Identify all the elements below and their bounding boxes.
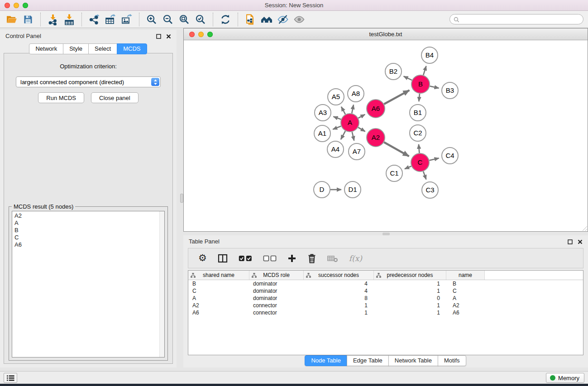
delete-table-icon[interactable] [327,254,338,262]
result-item[interactable]: A6 [14,241,164,248]
split-columns-icon[interactable] [218,254,228,263]
result-item[interactable]: B [14,227,164,234]
show-all-networks-icon[interactable] [258,12,275,27]
table-cell[interactable]: A2 [446,302,485,309]
column-header-shared-name[interactable]: shared name [188,271,249,280]
close-table-panel-icon[interactable] [578,239,583,246]
column-header-mcds-role[interactable]: MCDS role [249,271,304,280]
table-row[interactable]: Cdominator41C [188,287,583,295]
tab-select[interactable]: Select [88,43,117,54]
tab-edge-table[interactable]: Edge Table [347,355,389,366]
edge-A-A6[interactable] [358,114,365,118]
table-cell[interactable]: B [446,281,485,287]
edge-C-C2[interactable] [419,144,419,153]
menu-button[interactable] [4,373,17,383]
table-row[interactable]: A6connector11A6 [188,309,583,316]
export-image-icon[interactable] [119,12,135,27]
mcds-result-list[interactable]: A2ABCA6 [12,211,165,357]
import-table-icon[interactable] [61,12,77,27]
column-header-successor-nodes[interactable]: successor nodes [304,271,374,280]
tab-node-table[interactable]: Node Table [305,355,347,366]
function-builder-icon[interactable]: f(x) [349,254,362,263]
column-header-name[interactable]: name [446,271,485,280]
show-selected-eye-icon[interactable] [291,12,307,27]
result-item[interactable]: A2 [14,212,164,219]
add-column-icon[interactable] [287,254,296,263]
edge-A-A8[interactable] [352,105,354,113]
edge-C-C3[interactable] [423,172,426,180]
table-cell[interactable]: connector [249,302,304,309]
panel-divider-grip[interactable] [180,194,183,203]
table-cell[interactable]: A6 [446,310,485,316]
edge-A-A4[interactable] [341,131,345,139]
edge-A-A5[interactable] [341,107,345,114]
deselect-all-checkboxes-icon[interactable] [263,255,277,262]
table-cell[interactable]: A [188,295,249,301]
table-cell[interactable]: A2 [188,302,249,309]
zoom-out-icon[interactable] [160,12,176,27]
tab-mcds[interactable]: MCDS [117,43,147,54]
tab-motifs[interactable]: Motifs [438,355,466,366]
edge-A-A3[interactable] [333,117,341,119]
table-cell[interactable]: 4 [304,281,374,287]
table-cell[interactable]: 1 [374,281,446,287]
export-network-icon[interactable] [86,12,102,27]
export-table-icon[interactable] [102,12,119,27]
network-canvas[interactable]: B4B2BB3A8A5A6A3B1AC2A1A2A4A7C4CC1C3DD1 [184,41,588,231]
zoom-in-icon[interactable] [143,12,160,27]
table-row[interactable]: Bdominator41B [188,280,583,287]
hide-selected-eye-slash-icon[interactable] [275,12,291,27]
search-input[interactable] [462,15,579,24]
zoom-fit-icon[interactable] [176,12,192,27]
gear-icon[interactable]: ⚙ [198,253,207,263]
optimization-dropdown[interactable]: largest connected component (directed) [16,76,161,87]
table-cell[interactable]: 1 [374,302,446,309]
select-all-checkboxes-icon[interactable] [239,255,252,262]
table-cell[interactable]: C [188,288,249,294]
tab-network[interactable]: Network [29,43,63,54]
table-cell[interactable]: dominator [249,281,304,287]
search-field[interactable] [449,14,583,24]
table-cell[interactable]: 8 [304,295,374,301]
edge-C-C1[interactable] [405,166,411,169]
table-cell[interactable]: dominator [249,295,304,301]
table-cell[interactable]: 4 [304,288,374,294]
table-cell[interactable]: A6 [188,310,249,316]
table-cell[interactable]: B [188,281,249,287]
edge-B-B2[interactable] [404,76,412,81]
memory-button[interactable]: Memory [546,373,584,383]
table-cell[interactable]: 1 [374,310,446,316]
edge-A-A2[interactable] [358,128,365,132]
delete-column-trash-icon[interactable] [307,253,316,263]
close-panel-icon[interactable] [166,33,171,40]
close-panel-button[interactable]: Close panel [91,92,139,103]
edge-A-A1[interactable] [333,126,341,129]
zoom-selected-icon[interactable] [192,12,209,27]
network-graph[interactable]: B4B2BB3A8A5A6A3B1AC2A1A2A4A7C4CC1C3DD1 [184,41,588,231]
table-cell[interactable]: 1 [304,302,374,309]
table-cell[interactable]: A [446,295,485,301]
float-panel-icon[interactable] [156,33,161,40]
tab-network-table[interactable]: Network Table [388,355,438,366]
refresh-layout-icon[interactable] [217,12,234,27]
scrollbar-track[interactable] [159,211,164,357]
table-cell[interactable]: 0 [374,295,446,301]
tab-style[interactable]: Style [63,43,89,54]
table-cell[interactable]: connector [249,310,304,316]
table-cell[interactable]: dominator [249,288,304,294]
open-file-icon[interactable] [4,12,20,27]
save-session-icon[interactable] [20,12,36,27]
edge-B-B3[interactable] [430,86,439,88]
clone-network-icon[interactable] [242,12,258,27]
result-item[interactable]: A [14,219,164,227]
float-table-panel-icon[interactable] [568,239,573,246]
edge-B-B1[interactable] [419,94,420,101]
edge-C-C4[interactable] [429,158,439,161]
run-mcds-button[interactable]: Run MCDS [38,92,84,103]
result-item[interactable]: C [14,234,164,241]
table-row[interactable]: A2connector11A2 [188,302,583,309]
column-header-predecessor-nodes[interactable]: predecessor nodes [374,271,446,280]
edge-A6-B[interactable] [384,90,409,104]
table-cell[interactable]: C [446,288,485,294]
table-row[interactable]: Adominator80A [188,295,583,302]
